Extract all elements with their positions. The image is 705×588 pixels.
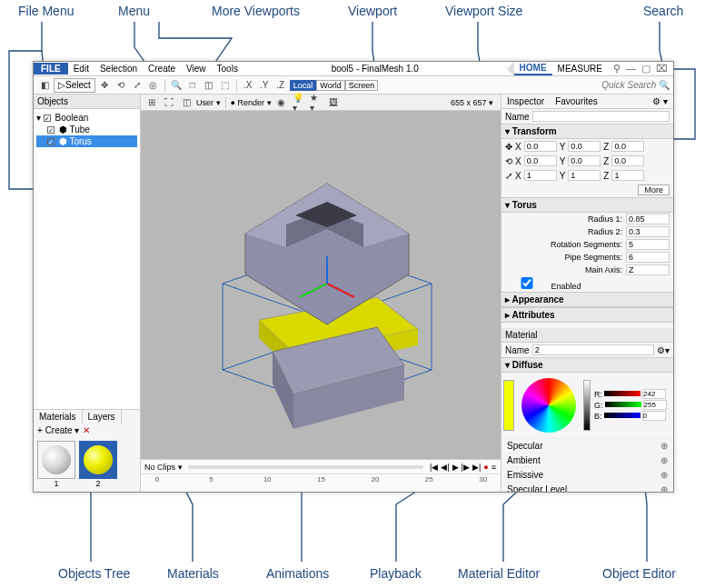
material-2[interactable]: 2 <box>79 441 117 488</box>
material-1[interactable]: 1 <box>37 441 75 488</box>
rotseg-input[interactable] <box>626 239 670 250</box>
window-title: bool5 - FinalMesh 1.0 <box>243 64 507 74</box>
tab-inspector[interactable]: Inspector <box>501 95 550 108</box>
goto-start-icon[interactable]: |◀ <box>429 463 439 472</box>
objects-tree[interactable]: ▾ ✓ Boolean ✓ ⬢ Tube ✓ ⬢ Torus <box>34 109 140 409</box>
tool-icon[interactable]: ◫ <box>202 78 216 93</box>
tool-icon[interactable]: ⬚ <box>218 78 233 93</box>
section-emissive[interactable]: Emissive⊕ <box>501 467 673 482</box>
g-input[interactable] <box>643 400 667 410</box>
record-icon[interactable]: ● <box>482 463 489 472</box>
move-icon[interactable]: ✥ <box>97 78 112 93</box>
axis-x-icon[interactable]: .X <box>241 78 255 93</box>
mat-gear-icon[interactable]: ⚙▾ <box>657 345 670 355</box>
scale-z[interactable] <box>611 170 644 181</box>
section-ambient[interactable]: Ambient⊕ <box>501 453 673 467</box>
enabled-checkbox[interactable] <box>505 277 549 289</box>
rot-z[interactable] <box>611 155 644 166</box>
menu-selection[interactable]: Selection <box>94 63 143 75</box>
rot-y[interactable] <box>568 155 601 166</box>
vp-icon[interactable]: ⊞ <box>144 95 159 110</box>
cs-local[interactable]: Local <box>290 80 317 91</box>
clips-dropdown[interactable]: No Clips ▾ <box>144 463 183 472</box>
pin-icon[interactable]: ⚲ <box>613 63 621 75</box>
toolbar-icon[interactable]: ◧ <box>37 78 52 93</box>
tab-measure[interactable]: MEASURE <box>552 63 608 75</box>
axis-input[interactable] <box>626 264 670 275</box>
tab-layers[interactable]: Layers <box>83 410 122 424</box>
next-frame-icon[interactable]: |▶ <box>461 463 471 472</box>
axis-z-icon[interactable]: .Z <box>273 78 288 93</box>
vp-star-icon[interactable]: ★ ▾ <box>309 95 323 110</box>
vp-image-icon[interactable]: 🖼 <box>326 95 341 110</box>
viewport[interactable] <box>141 111 501 459</box>
pipeseg-input[interactable] <box>626 252 670 263</box>
scale-y[interactable] <box>568 170 601 181</box>
vp-bulb-icon[interactable]: 💡▾ <box>292 95 306 110</box>
scale-icon[interactable]: ⤢ <box>130 78 144 93</box>
move-gizmo-icon[interactable]: ✥ <box>505 142 512 152</box>
vp-icon[interactable]: ◫ <box>179 95 194 110</box>
tab-materials[interactable]: Materials <box>34 410 83 424</box>
value-slider[interactable] <box>583 380 591 431</box>
more-button[interactable]: More <box>638 184 670 195</box>
file-menu[interactable]: FILE <box>34 63 68 75</box>
axis-y-icon[interactable]: .Y <box>257 78 272 93</box>
pos-y[interactable] <box>568 141 601 152</box>
timeline-slider[interactable] <box>188 465 423 469</box>
tree-node-torus[interactable]: ✓ ⬢ Torus <box>36 135 137 147</box>
vp-render-dropdown[interactable]: ● Render ▾ <box>231 98 272 107</box>
radius1-input[interactable] <box>626 214 670 224</box>
scale-gizmo-icon[interactable]: ⤢ <box>505 171 512 181</box>
create-material-button[interactable]: + Create ▾ <box>37 425 79 435</box>
b-input[interactable] <box>642 411 666 421</box>
tool-icon[interactable]: □ <box>185 78 200 93</box>
tool-icon[interactable]: ◎ <box>146 78 161 93</box>
menu-tools[interactable]: Tools <box>212 63 243 75</box>
pos-x[interactable] <box>524 141 557 152</box>
timeline-ruler[interactable]: 0 5 10 15 20 25 30 <box>141 474 501 491</box>
tab-home[interactable]: HOME <box>514 62 552 75</box>
select-button[interactable]: ▷ Select <box>54 78 95 93</box>
tl-menu-icon[interactable]: ≡ <box>491 463 497 472</box>
maximize-icon[interactable]: ▢ <box>641 63 650 75</box>
vp-light-icon[interactable]: ◉ <box>274 95 289 110</box>
menu-create[interactable]: Create <box>143 63 181 75</box>
section-appearance[interactable]: ▸ Appearance <box>501 292 673 307</box>
zoom-icon[interactable]: 🔍 <box>169 78 184 93</box>
section-attributes[interactable]: ▸ Attributes <box>501 307 673 323</box>
section-torus[interactable]: ▾ Torus <box>501 197 673 213</box>
tree-node-boolean[interactable]: ▾ ✓ Boolean <box>36 112 137 124</box>
cs-screen[interactable]: Screen <box>345 80 379 91</box>
minimize-icon[interactable]: — <box>626 63 636 75</box>
scale-x[interactable] <box>524 170 557 181</box>
color-wheel[interactable] <box>521 378 576 433</box>
tab-favourites[interactable]: Favourites <box>550 95 603 108</box>
vp-user-dropdown[interactable]: User ▾ <box>196 98 221 107</box>
section-transform[interactable]: ▾ Transform <box>501 124 673 139</box>
inspector-gear-icon[interactable]: ⚙ ▾ <box>647 95 673 108</box>
menu-view[interactable]: View <box>181 63 212 75</box>
name-input[interactable] <box>532 111 670 122</box>
close-icon[interactable]: ⌧ <box>656 63 668 75</box>
rot-x[interactable] <box>524 155 557 166</box>
cs-world[interactable]: World <box>316 80 344 91</box>
prev-frame-icon[interactable]: ◀| <box>440 463 450 472</box>
vp-icon[interactable]: ⛶ <box>162 95 176 110</box>
menu-edit[interactable]: Edit <box>68 63 94 75</box>
mat-name-input[interactable] <box>532 344 654 355</box>
pos-z[interactable] <box>611 141 644 152</box>
rotate-gizmo-icon[interactable]: ⟲ <box>505 156 512 166</box>
radius2-input[interactable] <box>626 226 670 237</box>
delete-material-button[interactable]: ✕ <box>83 425 90 435</box>
tree-node-tube[interactable]: ✓ ⬢ Tube <box>36 124 137 135</box>
play-icon[interactable]: ▶ <box>452 463 460 472</box>
rotate-icon[interactable]: ⟲ <box>114 78 128 93</box>
goto-end-icon[interactable]: ▶| <box>472 463 482 472</box>
r-input[interactable] <box>642 389 666 399</box>
section-specular[interactable]: Specular⊕ <box>501 438 673 453</box>
search-input[interactable] <box>556 80 656 90</box>
diffuse-swatch[interactable] <box>503 380 514 431</box>
section-diffuse[interactable]: ▾ Diffuse <box>501 357 673 373</box>
section-speclevel[interactable]: Specular Level⊕ <box>501 482 673 492</box>
